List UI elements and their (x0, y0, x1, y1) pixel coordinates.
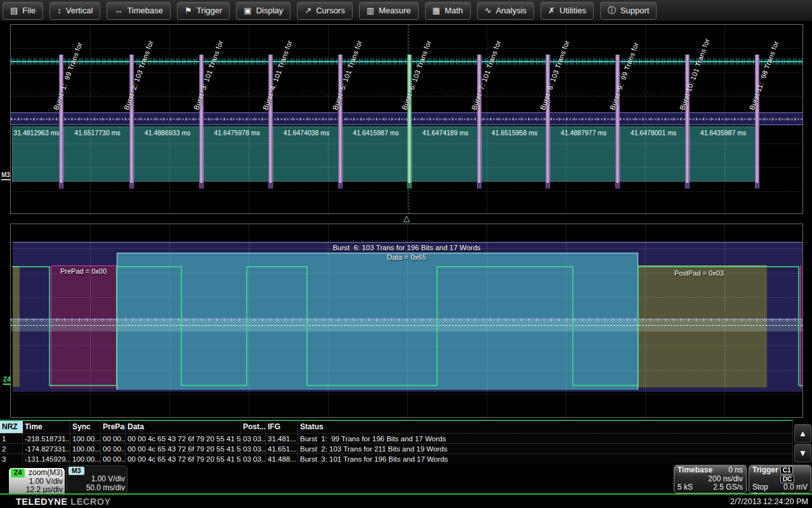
z4-channel-label[interactable]: Z4 (3, 376, 11, 385)
m3-channel-label[interactable]: M3 (1, 171, 10, 180)
decode-result-table: NRZTimeSyncPrePadDataPost...IFGStatus1-2… (0, 420, 793, 464)
gridline (169, 224, 170, 417)
burst-marker-5[interactable] (338, 55, 343, 189)
menu-label-math: Math (445, 6, 463, 15)
burst-marker-7[interactable] (477, 55, 481, 189)
gridline (11, 394, 802, 395)
table-header-status[interactable]: Status (298, 421, 793, 433)
burst-marker-1[interactable] (59, 55, 63, 189)
footer-bar: TELEDYNELECROY 2/7/2013 12:24:20 PM (0, 495, 812, 508)
table-cell-nrz: 3 (0, 454, 23, 464)
table-row[interactable]: 3-131.145929...100.00...00 00...00 00 4c… (0, 453, 793, 464)
burst-label-6: Burst 6: 103 Trans for (400, 39, 433, 111)
burst-marker-2[interactable] (129, 55, 134, 189)
menu-button-cursors[interactable]: ↗Cursors (297, 2, 352, 20)
brand-logo: TELEDYNELECROY (16, 497, 111, 507)
m3-tab[interactable]: M3 (69, 467, 84, 475)
table-cell-status: Burst 3: 101 Trans for 196 Bits and 17 W… (298, 454, 793, 464)
m3-descriptor-box[interactable]: M3 1.00 V/div 50.0 ms/div (66, 465, 128, 494)
main-waveform-graticule[interactable]: 31.4812963 ms41.6517730 ms41.4886933 ms4… (10, 24, 803, 214)
gridline (487, 224, 487, 417)
burst-marker-3[interactable] (199, 55, 204, 189)
burst-label-3: Burst 3: 101 Trans for (192, 39, 225, 111)
z4-descriptor-box[interactable]: Z4 zoom(M3) 1.00 V/div 12.2 µs/div (9, 468, 65, 494)
trigger-level: 0.0 mV (783, 483, 808, 492)
burst-measurement-cell: 41.6478001 ms (620, 126, 687, 182)
gridline (11, 297, 802, 298)
gridline (249, 25, 249, 213)
gridline (90, 224, 91, 417)
table-header-nrz[interactable]: NRZ (0, 421, 23, 433)
datetime-label: 2/7/2013 12:24:20 PM (730, 497, 808, 506)
burst-marker-8[interactable] (546, 55, 550, 189)
gridline (11, 191, 802, 192)
table-scroll-down-button[interactable]: ▼ (794, 444, 811, 462)
table-scroll-up-button[interactable]: ▲ (794, 424, 811, 443)
table-header-time[interactable]: Time (23, 421, 70, 433)
burst-label-2: Burst 2: 103 Trans for (122, 39, 155, 111)
burst-marker-6[interactable] (407, 55, 412, 189)
menu-button-vertical[interactable]: ↕Vertical (49, 2, 100, 20)
gridline (11, 321, 802, 322)
table-row[interactable]: 2-174.827331...100.00...00 00...00 00 4c… (0, 443, 793, 453)
table-header-post[interactable]: Post... (241, 421, 266, 433)
burst-marker-9[interactable] (615, 55, 620, 189)
burst-marker-10[interactable] (685, 55, 690, 189)
menu-button-support[interactable]: ⓘSupport (600, 2, 657, 20)
timebase-box[interactable]: Timebase 0 ns 200 ns/div 5 kS 2.5 GS/s (674, 465, 747, 493)
trigger-coupling-badge: DC (780, 475, 794, 483)
menu-label-display: Display (256, 6, 284, 15)
z4-source: zoom(M3) (29, 469, 63, 478)
burst-marker-11[interactable] (755, 55, 759, 189)
math-icon: ▦ (433, 6, 440, 15)
gridline (11, 273, 802, 274)
menu-button-utilities[interactable]: ✗Utilities (540, 2, 594, 20)
gridline (11, 48, 802, 49)
gridline (11, 248, 802, 249)
table-cell-data: 00 00 4c 65 43 72 6f 79 20 55 41 52... (126, 444, 241, 453)
menu-button-analysis[interactable]: ∿Analysis (477, 2, 534, 20)
table-header-data[interactable]: Data (126, 421, 241, 433)
menu-button-timebase[interactable]: ↔Timebase (107, 2, 171, 20)
gridline (11, 167, 802, 168)
burst-data-label: Data = 0x65 (11, 253, 802, 261)
trigger-box[interactable]: Trigger C1DC Stop 0.0 mV Edge Positive (749, 465, 811, 493)
prepad-label: PrePad = 0x00 (60, 267, 107, 275)
table-header-prepad[interactable]: PrePad (101, 421, 126, 433)
gridline (645, 224, 646, 417)
display-icon: ▣ (244, 6, 251, 15)
vertical-icon: ↕ (57, 6, 62, 15)
menu-label-cursors: Cursors (316, 6, 345, 15)
table-row[interactable]: 1-218.518731...100.00...00 00...00 00 4c… (0, 433, 793, 443)
menu-button-file[interactable]: ▤File (3, 2, 43, 20)
menu-label-timebase: Timebase (127, 6, 163, 15)
menu-label-utilities: Utilities (560, 6, 586, 15)
burst-measurement-cell: 31.4812963 ms (12, 126, 61, 182)
m3-tdiv: 50.0 ms/div (86, 484, 125, 493)
table-header-ifg[interactable]: IFG (266, 421, 298, 433)
z4-tab[interactable]: Z4 (11, 469, 25, 478)
menu-button-math[interactable]: ▦Math (425, 2, 471, 20)
menu-button-trigger[interactable]: ⚑Trigger (177, 2, 230, 20)
burst-marker-4[interactable] (268, 55, 273, 189)
menu-button-display[interactable]: ▣Display (236, 2, 291, 20)
trigger-time-marker[interactable]: △ (403, 214, 410, 222)
gridline (11, 96, 802, 97)
cursors-icon: ↗ (304, 6, 311, 15)
zoom-waveform-graticule[interactable]: Burst 6: 103 Trans for 196 Bits and 17 W… (10, 224, 803, 418)
gridline (566, 224, 566, 417)
gridline (724, 25, 725, 213)
burst-measurement-cell: 41.4886933 ms (134, 126, 201, 182)
table-header-sync[interactable]: Sync (70, 421, 101, 433)
gridline (11, 144, 802, 144)
menu-button-measure[interactable]: ▥Measure (359, 2, 419, 20)
table-cell-prepad: 00 00... (101, 434, 126, 443)
burst-label-4: Burst 4: 101 Trans for (261, 39, 294, 111)
table-cell-post: 03 03... (241, 454, 266, 464)
timebase-rate: 2.5 GS/s (713, 483, 743, 492)
table-cell-time: -174.827331... (23, 444, 70, 453)
burst-measurement-cell: 41.6517730 ms (63, 126, 131, 182)
timebase-tdiv: 200 ns/div (708, 475, 743, 484)
gridline (249, 224, 249, 417)
table-cell-prepad: 00 00... (101, 444, 126, 453)
